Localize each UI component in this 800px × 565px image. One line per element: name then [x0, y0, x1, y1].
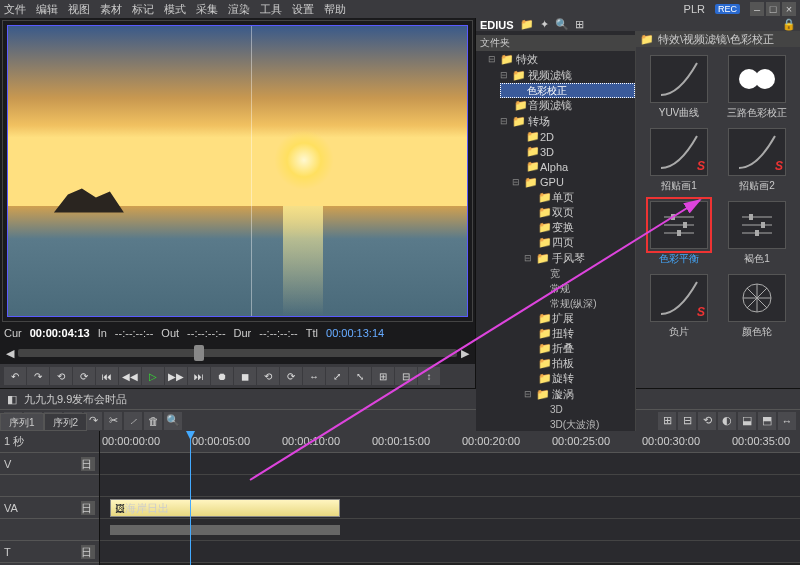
menu-clip[interactable]: 素材 [100, 2, 122, 17]
brand-label: PLR [684, 3, 705, 15]
seq-tab-2[interactable]: 序列2 [44, 413, 88, 431]
btn-2[interactable]: ⟲ [50, 367, 72, 385]
transport-controls: ↶ ↷ ⟲ ⟳ ⏮ ◀◀ ▷ ▶▶ ⏭ ⏺ ◼ ⟲ ⟳ ↔ ⤢ ⤡ ⊞ ⊟ ↕ [0, 364, 475, 388]
tool-icon[interactable]: ✦ [540, 18, 549, 31]
time-ruler[interactable]: 00:00:00:00 00:00:05:00 00:00:10:00 00:0… [100, 431, 800, 453]
btn-0[interactable]: ↶ [4, 367, 26, 385]
tool-delete[interactable]: 🗑 [144, 412, 162, 430]
fx-三路色彩校正[interactable]: 三路色彩校正 [722, 55, 792, 120]
close-button[interactable]: × [782, 2, 796, 16]
seq-tab-1[interactable]: 序列1 [0, 413, 44, 431]
svg-rect-12 [761, 222, 765, 228]
fx-YUV曲线[interactable]: YUV曲线 [644, 55, 714, 120]
svg-rect-13 [755, 230, 759, 236]
timecode-bar: Cur00:00:04:13 In--:--:--:-- Out--:--:--… [0, 324, 475, 342]
svg-rect-5 [671, 214, 675, 220]
tool-zoom[interactable]: 🔍 [164, 412, 182, 430]
svg-point-1 [755, 69, 775, 89]
fx-色彩平衡[interactable]: 色彩平衡 [644, 201, 714, 266]
btn-13[interactable]: ↔ [303, 367, 325, 385]
scrub-bar[interactable]: ◀ ▶ [0, 342, 475, 364]
track-v[interactable]: V [4, 458, 11, 470]
btn-next[interactable]: ⏭ [188, 367, 210, 385]
btn-15[interactable]: ⤡ [349, 367, 371, 385]
btn-17[interactable]: ⊟ [395, 367, 417, 385]
tool-d[interactable]: ◐ [718, 412, 736, 430]
tree-color-correction[interactable]: 色彩校正 [500, 83, 635, 98]
folder-icon[interactable]: 📁 [520, 18, 534, 31]
svg-rect-7 [677, 230, 681, 236]
menu-edit[interactable]: 编辑 [36, 2, 58, 17]
svg-rect-6 [683, 222, 687, 228]
grid-icon[interactable]: ⊞ [575, 18, 584, 31]
edius-icon: ◧ [4, 391, 20, 407]
tool-g[interactable]: ↔ [778, 412, 796, 430]
track-t[interactable]: T [4, 546, 11, 558]
effects-panel: 📁特效\视频滤镜\色彩校正 YUV曲线三路色彩校正S招贴画1S招贴画2色彩平衡褐… [636, 31, 800, 447]
btn-14[interactable]: ⤢ [326, 367, 348, 385]
tool-razor[interactable]: ⟋ [124, 412, 142, 430]
fx-褐色1[interactable]: 褐色1 [722, 201, 792, 266]
btn-16[interactable]: ⊞ [372, 367, 394, 385]
lock-icon[interactable]: 🔒 [782, 18, 796, 31]
tool-cut[interactable]: ✂ [104, 412, 122, 430]
playhead[interactable] [190, 431, 191, 565]
menu-capture[interactable]: 采集 [196, 2, 218, 17]
right-header: EDIUS 📁 ✦ 🔍 ⊞ 🔒 [476, 18, 800, 31]
btn-ff[interactable]: ▶▶ [165, 367, 187, 385]
app-logo: EDIUS [480, 19, 514, 31]
tool-e[interactable]: ⬓ [738, 412, 756, 430]
tool-f[interactable]: ⬒ [758, 412, 776, 430]
svg-rect-11 [749, 214, 753, 220]
menu-tools[interactable]: 工具 [260, 2, 282, 17]
fx-颜色轮[interactable]: 颜色轮 [722, 274, 792, 339]
track-va[interactable]: VA [4, 502, 18, 514]
menu-settings[interactable]: 设置 [292, 2, 314, 17]
menu-help[interactable]: 帮助 [324, 2, 346, 17]
tool-a[interactable]: ⊞ [658, 412, 676, 430]
btn-18[interactable]: ↕ [418, 367, 440, 385]
preview-monitor [2, 20, 473, 322]
maximize-button[interactable]: □ [766, 2, 780, 16]
tree-audio-filter[interactable]: 📁音频滤镜 [488, 98, 635, 113]
track-headers: 1 秒 序列1 序列2 V日 VA日 T日 [0, 431, 100, 565]
sequence-header: ◧ 九九九9.9发布会时品 [0, 389, 800, 409]
sequence-name: 九九九9.9发布会时品 [24, 392, 127, 407]
tree-header: 文件夹 [476, 35, 635, 51]
menu-render[interactable]: 渲染 [228, 2, 250, 17]
menu-mode[interactable]: 模式 [164, 2, 186, 17]
btn-1[interactable]: ↷ [27, 367, 49, 385]
minimize-button[interactable]: – [750, 2, 764, 16]
btn-11[interactable]: ⟲ [257, 367, 279, 385]
clip-sunset[interactable]: 🖼 海岸日出 [110, 499, 340, 517]
menu-file[interactable]: 文件 [4, 2, 26, 17]
btn-stop[interactable]: ◼ [234, 367, 256, 385]
menu-marker[interactable]: 标记 [132, 2, 154, 17]
btn-rew[interactable]: ◀◀ [119, 367, 141, 385]
scrub-thumb[interactable] [194, 345, 204, 361]
search-icon[interactable]: 🔍 [555, 18, 569, 31]
timeline-area[interactable]: 00:00:00:00 00:00:05:00 00:00:10:00 00:0… [100, 431, 800, 565]
time-unit[interactable]: 1 秒 [4, 434, 24, 449]
menubar: 文件 编辑 视图 素材 标记 模式 采集 渲染 工具 设置 帮助 PLR REC… [0, 0, 800, 18]
fx-breadcrumb: 📁特效\视频滤镜\色彩校正 [636, 31, 800, 47]
sequence-toolbar: 📄 📂 💾 ↶ ↷ ✂ ⟋ 🗑 🔍 ⊞ ⊟ ⟲ ◐ ⬓ ⬒ ↔ [0, 409, 800, 431]
btn-prev[interactable]: ⏮ [96, 367, 118, 385]
fx-招贴画1[interactable]: S招贴画1 [644, 128, 714, 193]
fx-招贴画2[interactable]: S招贴画2 [722, 128, 792, 193]
menu-view[interactable]: 视图 [68, 2, 90, 17]
btn-3[interactable]: ⟳ [73, 367, 95, 385]
effects-tree[interactable]: 文件夹 📁特效 📁视频滤镜 色彩校正 📁音频滤镜 📁转场 📁2D 📁3D 📁Al… [476, 31, 636, 447]
rec-badge: REC [715, 4, 740, 14]
fx-负片[interactable]: S负片 [644, 274, 714, 339]
btn-play[interactable]: ▷ [142, 367, 164, 385]
btn-12[interactable]: ⟳ [280, 367, 302, 385]
tool-c[interactable]: ⟲ [698, 412, 716, 430]
tool-b[interactable]: ⊟ [678, 412, 696, 430]
btn-rec[interactable]: ⏺ [211, 367, 233, 385]
